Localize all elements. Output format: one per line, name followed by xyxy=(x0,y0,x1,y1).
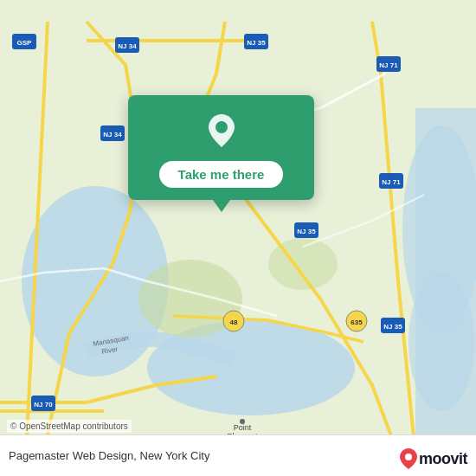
tooltip-card: Take me there xyxy=(128,95,314,200)
map-container: NJ 34 NJ 35 NJ 71 NJ 71 NJ 35 NJ 34 NJ 3… xyxy=(0,0,476,476)
svg-text:NJ 71: NJ 71 xyxy=(382,178,401,186)
svg-point-5 xyxy=(408,273,474,411)
svg-point-39 xyxy=(405,453,412,460)
svg-text:NJ 35: NJ 35 xyxy=(247,39,266,47)
location-pin-icon xyxy=(203,111,241,149)
osm-credit: © OpenStreetMap contributors xyxy=(7,420,132,433)
take-me-there-button[interactable]: Take me there xyxy=(159,161,284,188)
svg-text:Point: Point xyxy=(234,423,252,432)
svg-text:635: 635 xyxy=(351,318,363,326)
svg-point-37 xyxy=(240,419,245,424)
svg-text:NJ 34: NJ 34 xyxy=(103,131,122,138)
moovit-logo: moovit xyxy=(400,448,467,469)
map-background: NJ 34 NJ 35 NJ 71 NJ 71 NJ 35 NJ 34 NJ 3… xyxy=(0,0,476,476)
svg-text:48: 48 xyxy=(230,318,238,326)
svg-text:NJ 70: NJ 70 xyxy=(34,401,53,408)
location-text: Pagemaster Web Design, New York City xyxy=(9,449,467,462)
bottom-bar: Pagemaster Web Design, New York City moo… xyxy=(0,434,476,476)
svg-text:NJ 35: NJ 35 xyxy=(297,228,316,235)
svg-text:NJ 34: NJ 34 xyxy=(118,42,137,50)
svg-text:NJ 71: NJ 71 xyxy=(379,61,398,69)
svg-text:GSP: GSP xyxy=(17,39,33,47)
moovit-pin-icon xyxy=(400,448,417,469)
moovit-brand-text: moovit xyxy=(419,450,467,468)
svg-point-38 xyxy=(215,121,228,133)
svg-text:NJ 35: NJ 35 xyxy=(383,323,402,331)
